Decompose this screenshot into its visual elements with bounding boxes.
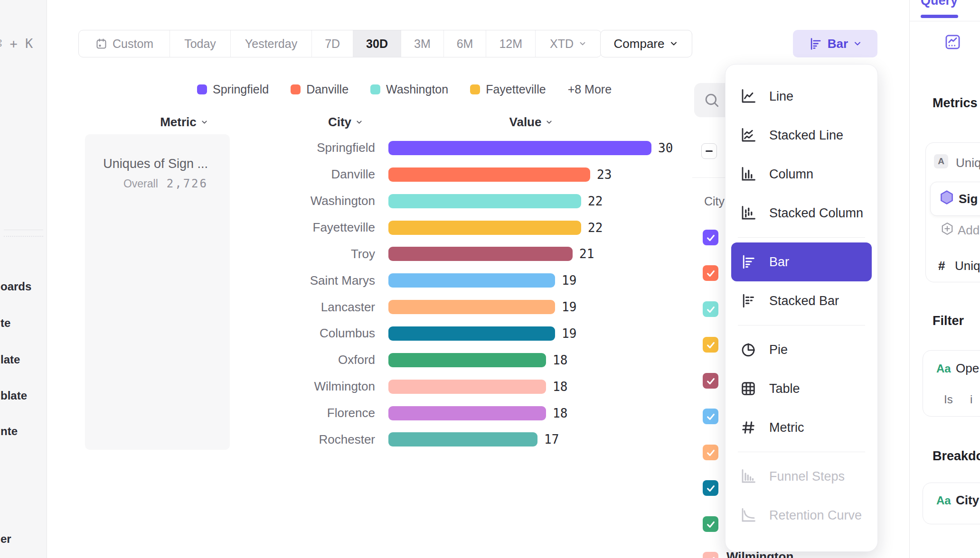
menu-item-funnel-steps: Funnel Steps [726,457,877,496]
bar[interactable] [388,353,546,367]
filter-heading: Filter [933,314,964,328]
bar-category-label: Springfield [199,140,375,155]
bar[interactable] [388,406,546,420]
overall-label: Overall [123,177,158,190]
date-range-today[interactable]: Today [170,30,231,57]
legend-swatch [470,84,480,94]
bar[interactable] [388,273,555,288]
select-all-checkbox[interactable] [701,143,717,159]
chevron-down-icon [669,39,678,48]
insights-chart-icon[interactable] [944,33,961,53]
chevron-down-icon [200,118,208,126]
bar[interactable] [388,300,555,314]
legend-item[interactable]: Fayetteville [470,83,546,96]
chevron-down-icon [578,39,587,48]
menu-item-metric[interactable]: Metric [726,408,877,447]
city-checkbox[interactable] [703,516,718,532]
date-range-label: 7D [325,37,340,51]
bar[interactable] [388,326,555,341]
nav-item-fragment[interactable]: blate [0,389,27,402]
event-hexagon-icon [939,189,955,205]
stacked-line-chart-icon [740,127,757,144]
bar-value-label: 22 [588,194,603,208]
nav-item-fragment[interactable]: te [0,316,10,330]
event-name[interactable]: Sig [959,192,978,206]
chevron-down-icon [853,39,862,48]
metric-name[interactable]: Uniq [956,156,980,170]
chart-type-button[interactable]: Bar [793,30,877,57]
date-range-6m[interactable]: 6M [444,30,487,57]
tab-active-indicator [921,15,958,18]
check-icon [706,483,716,493]
date-range-7d[interactable]: 7D [312,30,353,57]
bar[interactable] [388,141,651,155]
bar-value-label: 17 [544,432,559,446]
column-header-metric[interactable]: Metric [158,115,210,130]
breakdown-property[interactable]: City [956,493,979,508]
menu-item-bar[interactable]: Bar [731,242,872,281]
bar[interactable] [388,432,537,446]
bar-category-label: Danville [199,167,375,182]
city-checkbox[interactable] [703,552,718,558]
date-range-3m[interactable]: 3M [401,30,444,57]
city-checkbox[interactable] [703,480,718,496]
filter-value[interactable]: i [970,393,972,406]
nav-item-fragment[interactable]: late [0,353,20,366]
bar-value-label: 19 [562,300,576,314]
rail-dotted-divider [4,236,43,237]
bar-category-label: Lancaster [199,300,375,315]
legend-item[interactable]: Washington [370,83,448,96]
menu-item-column[interactable]: Column [726,155,877,194]
string-type-chip: Aa [936,494,951,507]
add-event-label[interactable]: Add [958,223,980,238]
menu-item-line[interactable]: Line [726,77,877,116]
column-header-value[interactable]: Value [508,115,555,130]
filter-card[interactable] [923,350,980,417]
bar[interactable] [388,167,590,182]
tab-query[interactable]: Query [921,0,958,8]
menu-item-stacked-bar[interactable]: Stacked Bar [726,281,877,320]
city-checkbox[interactable] [703,265,718,281]
date-range-yesterday[interactable]: Yesterday [231,30,312,57]
measurement-property[interactable]: Uniqu [955,259,980,273]
city-checkbox[interactable] [703,409,718,424]
city-checkbox[interactable] [703,301,718,317]
nav-item-fragment[interactable]: er [0,532,11,546]
filter-property[interactable]: Ope [956,361,979,376]
legend-item[interactable]: Danville [291,83,349,96]
date-range-custom[interactable]: Custom [79,30,170,57]
bar[interactable] [388,380,546,394]
city-checkbox[interactable] [703,445,718,460]
filter-operator[interactable]: Is [944,393,953,406]
bar[interactable] [388,194,581,208]
nav-item-fragment[interactable]: oards [0,280,31,293]
column-header-city[interactable]: City [327,115,365,130]
bar[interactable] [388,221,581,235]
menu-item-stacked-line[interactable]: Stacked Line [726,116,877,155]
menu-item-table[interactable]: Table [726,369,877,408]
retention-curve-icon [740,507,757,524]
date-range-xtd[interactable]: XTD [536,30,601,57]
number-type-icon: # [938,259,945,273]
check-icon [706,304,716,315]
bar-value-label: 19 [562,273,576,288]
nav-item-fragment[interactable]: nte [0,425,18,438]
city-checkbox[interactable] [703,230,718,245]
menu-item-pie[interactable]: Pie [726,330,877,369]
bar-chart-icon [808,37,823,51]
city-checkbox[interactable] [703,373,718,389]
chart-legend: Springfield Danville Washington Fayettev… [197,83,612,96]
legend-more-button[interactable]: +8 More [568,83,612,96]
bar[interactable] [388,247,573,261]
check-icon [706,447,716,458]
legend-item[interactable]: Springfield [197,83,269,96]
funnel-steps-icon [740,468,757,485]
menu-item-stacked-column[interactable]: Stacked Column [726,194,877,232]
date-range-30d[interactable]: 30D [353,30,401,57]
add-event-hexagon-icon[interactable] [940,222,954,236]
query-sidebar: Query Metrics A Uniq Sig Add # Uniqu Fil… [909,0,980,558]
city-checkbox[interactable] [703,337,718,353]
date-range-12m[interactable]: 12M [486,30,536,57]
compare-button[interactable]: Compare [600,30,692,57]
bar-value-label: 23 [597,167,612,182]
